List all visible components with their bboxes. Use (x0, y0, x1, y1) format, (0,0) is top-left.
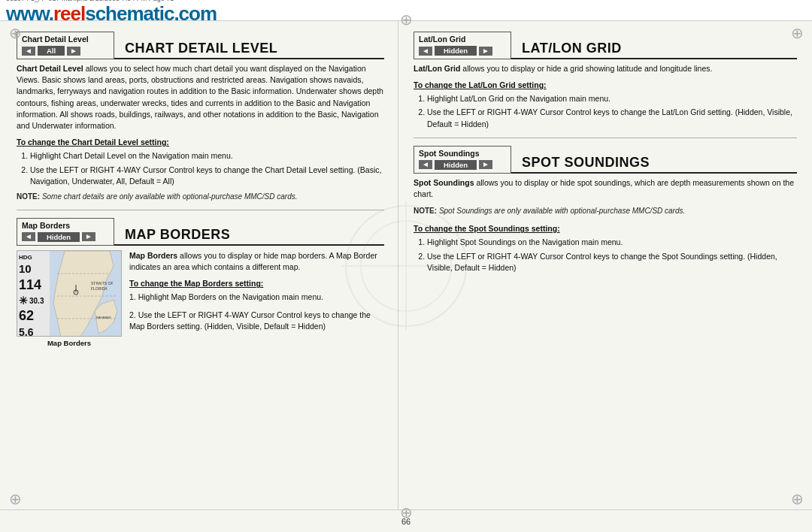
lat-lon-left-arrow[interactable]: ◄ (419, 47, 432, 56)
map-image-container: HDG 10 114 ✳ 30.3 62 5.6 (17, 250, 122, 347)
map-borders-bold-term: Map Borders (129, 251, 177, 260)
spot-soundings-value: Hidden (435, 160, 477, 170)
map-svg: STRAITS OF FLORIDA BAHAMAS (50, 251, 121, 337)
map-borders-header: Map Borders ◄ Hidden ► MAP BORDERS (17, 218, 384, 246)
lat-lon-right-arrow[interactable]: ► (479, 47, 492, 56)
chart-detail-big-title: CHART DETAIL LEVEL (125, 41, 277, 56)
spot-soundings-label-box: Spot Soundings ◄ Hidden ► (414, 146, 511, 174)
lat-lon-body: Lat/Lon Grid allows you to display or hi… (414, 63, 797, 74)
chart-detail-left-arrow[interactable]: ◄ (22, 47, 35, 56)
corner-mark-tl: ⊕ (6, 24, 24, 42)
spot-soundings-control: ◄ Hidden ► (419, 160, 506, 170)
map-val2: 114 (19, 277, 44, 294)
hdg-label: HDG (19, 254, 44, 261)
center-mark-bottom: ⊕ (397, 503, 415, 521)
map-borders-label: Map Borders (22, 221, 109, 230)
spot-soundings-steps: Highlight Spot Soundings on the Navigati… (427, 237, 797, 274)
lat-lon-header: Lat/Lon Grid ◄ Hidden ► LAT/LON GRID (414, 32, 797, 59)
corner-mark-br: ⊕ (788, 490, 806, 508)
chart-detail-value: All (38, 46, 65, 56)
map-compass-row: ✳ 30.3 (19, 294, 44, 307)
chart-detail-note: NOTE: Some chart details are only availa… (17, 192, 384, 202)
spot-soundings-title-wrap: SPOT SOUNDINGS (511, 146, 797, 174)
map-borders-left-arrow[interactable]: ◄ (22, 232, 35, 241)
corner-mark-bl: ⊕ (6, 490, 24, 508)
lat-lon-step1: Highlight Lat/Lon Grid on the Navigation… (427, 93, 797, 104)
chart-detail-right-arrow[interactable]: ► (67, 47, 80, 56)
chart-detail-bold-term: Chart Detail Level (17, 64, 83, 73)
lat-lon-value: Hidden (435, 46, 477, 56)
center-mark-top: ⊕ (397, 11, 415, 29)
lat-lon-steps: Highlight Lat/Lon Grid on the Navigation… (427, 93, 797, 130)
map-val5: 5.6 (19, 325, 44, 337)
lat-lon-title-wrap: LAT/LON GRID (511, 32, 797, 59)
map-borders-big-title: MAP BORDERS (125, 227, 230, 243)
lat-lon-step2: Use the LEFT or RIGHT 4-WAY Cursor Contr… (427, 107, 797, 129)
map-val3: 30.3 (29, 296, 44, 306)
divider-2 (414, 138, 797, 138)
spot-soundings-step1: Highlight Spot Soundings on the Navigati… (427, 237, 797, 248)
map-caption: Map Borders (47, 339, 91, 347)
chart-detail-title-wrap: CHART DETAIL LEVEL (114, 32, 384, 59)
map-borders-content: HDG 10 114 ✳ 30.3 62 5.6 (17, 250, 384, 347)
map-svg-area: STRAITS OF FLORIDA BAHAMAS (50, 251, 121, 336)
chart-detail-label-box: Chart Detail Level ◄ All ► (17, 32, 114, 59)
compass-icon: ✳ (19, 294, 28, 307)
spot-soundings-header: Spot Soundings ◄ Hidden ► SPOT SOUNDINGS (414, 146, 797, 174)
watermark-graphic (338, 198, 474, 334)
spot-soundings-right-arrow[interactable]: ► (479, 160, 492, 169)
chart-detail-label: Chart Detail Level (22, 35, 109, 44)
svg-text:STRAITS OF: STRAITS OF (91, 281, 113, 286)
chart-detail-note-label: NOTE: (17, 192, 40, 201)
divider-1 (17, 210, 384, 210)
map-image: HDG 10 114 ✳ 30.3 62 5.6 (17, 250, 122, 337)
lat-lon-control: ◄ Hidden ► (419, 46, 506, 56)
spot-soundings-big-title: SPOT SOUNDINGS (522, 155, 650, 171)
spot-soundings-note-text: Spot Soundings are only available with o… (439, 207, 685, 215)
spot-soundings-step2: Use the LEFT or RIGHT 4-WAY Cursor Contr… (427, 251, 797, 274)
spot-soundings-left-arrow[interactable]: ◄ (419, 160, 432, 169)
lat-lon-big-title: LAT/LON GRID (522, 41, 622, 56)
chart-detail-steps: Highlight Chart Detail Level on the Navi… (30, 150, 384, 187)
svg-text:BAHAMAS: BAHAMAS (96, 316, 111, 319)
lat-lon-label: Lat/Lon Grid (419, 35, 506, 44)
chart-detail-control: ◄ All ► (22, 46, 109, 56)
map-data-overlay: HDG 10 114 ✳ 30.3 62 5.6 (19, 254, 44, 337)
map-borders-label-box: Map Borders ◄ Hidden ► (17, 218, 114, 246)
chart-detail-body: Chart Detail Level Chart Detail Level al… (17, 63, 384, 131)
spot-soundings-bold-term: Spot Soundings (414, 178, 474, 187)
corner-mark-tr: ⊕ (788, 24, 806, 42)
spot-soundings-body: Spot Soundings allows you to display or … (414, 177, 797, 200)
lat-lon-subheading: To change the Lat/Lon Grid setting: (414, 80, 797, 89)
lat-lon-label-box: Lat/Lon Grid ◄ Hidden ► (414, 32, 511, 59)
map-val4: 62 (19, 307, 44, 325)
chart-detail-header: Chart Detail Level ◄ All ► CHART DETAIL … (17, 32, 384, 59)
svg-text:FLORIDA: FLORIDA (91, 286, 108, 291)
chart-detail-note-text: Some chart details are only available wi… (42, 192, 298, 201)
lat-lon-bold-term: Lat/Lon Grid (414, 64, 460, 73)
map-borders-right-arrow[interactable]: ► (82, 232, 95, 241)
map-val1: 10 (19, 261, 44, 277)
map-borders-control: ◄ Hidden ► (22, 232, 109, 242)
spot-soundings-label: Spot Soundings (419, 149, 506, 158)
chart-detail-step2: Use the LEFT or RIGHT 4-WAY Cursor Contr… (30, 165, 384, 187)
map-image-inner: HDG 10 114 ✳ 30.3 62 5.6 (17, 251, 121, 336)
chart-detail-subheading: To change the Chart Detail Level setting… (17, 138, 384, 147)
map-borders-value: Hidden (38, 232, 80, 242)
chart-detail-step1: Highlight Chart Detail Level on the Navi… (30, 150, 384, 162)
